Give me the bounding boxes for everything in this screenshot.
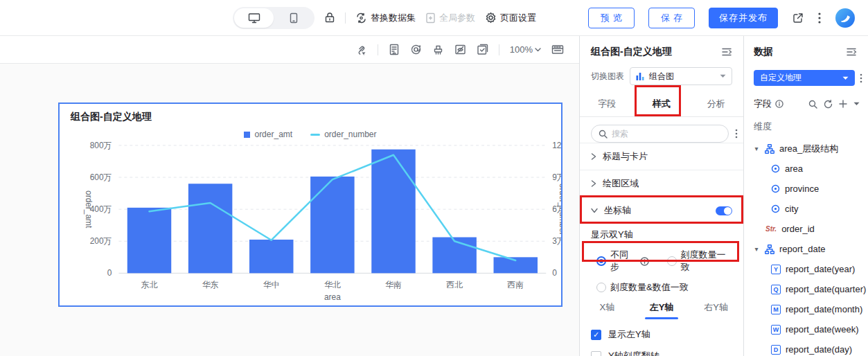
radio-not-synced[interactable]	[596, 256, 606, 266]
legend-item-bar[interactable]: order_amt	[244, 130, 292, 139]
info-icon[interactable]	[640, 257, 649, 266]
external-link-icon[interactable]	[792, 12, 804, 24]
radio-same-tick-count[interactable]	[667, 256, 677, 266]
chart-type-select[interactable]: 组合图	[630, 67, 732, 85]
section-plot-area[interactable]: 绘图区域	[580, 170, 743, 197]
combo-chart-svg[interactable]: 00200万3万400万6万600万9万800万12万东北华东华中华北华南西北西…	[71, 139, 563, 306]
clean-brush-icon[interactable]	[432, 44, 444, 55]
tab-style[interactable]: 样式	[635, 98, 689, 110]
mobile-toggle-button[interactable]	[274, 8, 313, 28]
axis-toggle-switch[interactable]	[716, 206, 732, 215]
svg-text:600万: 600万	[90, 172, 112, 182]
collapse-panel-icon[interactable]	[721, 47, 732, 57]
radio-same-tick-and-value[interactable]	[596, 283, 606, 292]
field-search-icon[interactable]	[808, 100, 817, 109]
svg-text:9万: 9万	[552, 172, 563, 182]
zoom-select[interactable]: 100%	[510, 44, 541, 55]
svg-text:12万: 12万	[552, 141, 563, 150]
flip-y-ticks-checkbox[interactable]	[591, 351, 601, 356]
tree-item-label: order_id	[781, 224, 815, 234]
svg-text:order_amt: order_amt	[84, 190, 94, 229]
tree-item-report-date-quarter[interactable]: Q report_date(quarter)	[744, 279, 868, 299]
tab-left-y-axis[interactable]: 左Y轴	[635, 299, 689, 319]
page-settings-label: 页面设置	[500, 12, 536, 24]
show-left-y-axis-row: ✓ 显示左Y轴	[591, 328, 732, 341]
tree-item-report-date-day[interactable]: D report_date(day)	[744, 339, 868, 356]
radio-same-tick-count-label: 刻度数量一致	[681, 249, 732, 274]
tree-item-label: province	[785, 184, 819, 194]
search-more-icon[interactable]	[735, 129, 738, 139]
toolbar-divider	[378, 44, 378, 55]
dual-y-radio-row: 不同步 刻度数量一致	[596, 249, 732, 274]
line-series-label: order_number	[324, 130, 376, 139]
batch-select-icon[interactable]	[477, 44, 488, 55]
more-menu-icon[interactable]	[818, 12, 821, 24]
dataset-select[interactable]: 自定义地理	[754, 70, 855, 86]
quarter-type-icon: Q	[771, 285, 781, 294]
tree-item-report-date[interactable]: ▾ report_date	[744, 239, 868, 259]
tab-fields[interactable]: 字段	[580, 98, 635, 110]
hierarchy-icon	[765, 244, 774, 254]
field-add-icon[interactable]	[839, 100, 847, 108]
svg-text:华中: 华中	[263, 280, 280, 290]
section-plot-area-label: 绘图区域	[603, 177, 639, 190]
tab-x-axis[interactable]: X轴	[580, 299, 635, 319]
tab-right-y-axis[interactable]: 右Y轴	[689, 299, 743, 319]
geo-pin-icon	[771, 204, 780, 213]
device-preview-toggle[interactable]	[233, 7, 315, 29]
section-axis[interactable]: 坐标轴	[580, 197, 743, 224]
geo-pin-icon	[771, 164, 780, 173]
chart-widget-card[interactable]: 组合图-自定义地理 order_amt order_number 00200万3…	[58, 103, 563, 307]
fields-label: 字段	[754, 98, 772, 110]
week-type-icon: W	[771, 325, 781, 335]
field-refresh-icon[interactable]	[824, 100, 833, 109]
flip-y-ticks-row: Y轴刻度翻转	[591, 350, 732, 356]
bar-series-label: order_amt	[254, 130, 292, 139]
chevron-right-icon	[591, 180, 596, 187]
tree-item-report-date-year[interactable]: Y report_date(year)	[744, 259, 868, 279]
field-tree: ▾ area_层级结构 area province	[744, 139, 868, 356]
svg-text:200万: 200万	[90, 236, 112, 246]
lock-icon[interactable]	[324, 12, 335, 24]
bar-series-swatch	[244, 132, 250, 138]
note-icon[interactable]	[389, 44, 400, 55]
tree-item-report-date-month[interactable]: M report_date(month)	[744, 299, 868, 319]
tree-item-label: report_date	[779, 244, 826, 254]
tree-item-area-hierarchy[interactable]: ▾ area_层级结构	[744, 139, 868, 159]
global-params-button[interactable]: 全局参数	[425, 12, 475, 24]
style-search-input[interactable]: 搜索	[591, 125, 729, 143]
chevron-down-icon	[720, 74, 726, 78]
desktop-toggle-button[interactable]	[234, 8, 274, 28]
preview-button[interactable]: 预览	[588, 8, 635, 28]
save-button[interactable]: 保存	[648, 8, 695, 28]
tree-item-area[interactable]: area	[744, 159, 868, 179]
replace-dataset-button[interactable]: 替换数据集	[355, 12, 416, 24]
tree-item-order-id[interactable]: Str. order_id	[744, 219, 868, 239]
show-left-y-axis-checkbox[interactable]: ✓	[591, 330, 601, 340]
data-panel-title: 数据	[754, 46, 773, 58]
section-title-card[interactable]: 标题与卡片	[580, 143, 743, 170]
dataset-value: 自定义地理	[760, 72, 801, 84]
caret-down-icon[interactable]: ▾	[753, 145, 760, 152]
dataset-more-icon[interactable]	[860, 73, 862, 83]
global-params-icon	[425, 12, 436, 24]
tree-item-province[interactable]: province	[744, 179, 868, 199]
caret-down-icon[interactable]: ▾	[753, 245, 760, 253]
hide-element-icon[interactable]	[454, 44, 466, 55]
style-panel: 组合图-自定义地理 切换图表 组合图 字段 样式 分析	[579, 36, 743, 356]
combo-chart-type-icon	[636, 72, 645, 80]
link-filter-icon[interactable]	[355, 44, 367, 55]
comment-icon[interactable]	[410, 44, 422, 55]
string-type-icon: Str.	[765, 225, 777, 233]
tree-item-report-date-week[interactable]: W report_date(week)	[744, 319, 868, 339]
svg-text:华东: 华东	[202, 280, 219, 290]
collapse-panel-icon[interactable]	[846, 47, 857, 57]
tab-analysis[interactable]: 分析	[689, 98, 743, 110]
save-publish-button[interactable]: 保存并发布	[709, 8, 778, 28]
shortcut-keys-icon[interactable]	[551, 44, 564, 55]
field-sort-caret-icon[interactable]	[853, 102, 860, 106]
page-settings-button[interactable]: 页面设置	[485, 12, 536, 24]
section-title-card-label: 标题与卡片	[603, 150, 648, 163]
tree-item-city[interactable]: city	[744, 199, 868, 219]
legend-item-line[interactable]: order_number	[310, 130, 376, 139]
